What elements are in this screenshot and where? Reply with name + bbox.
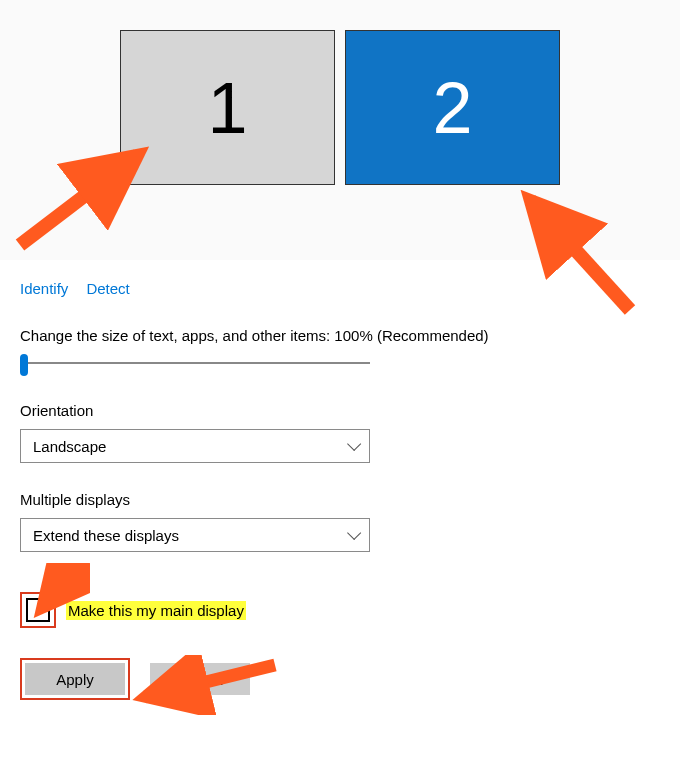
display-preview-area: 1 2 bbox=[0, 0, 680, 260]
multiple-displays-dropdown[interactable]: Extend these displays bbox=[20, 518, 370, 552]
orientation-label: Orientation bbox=[20, 402, 660, 419]
detect-link[interactable]: Detect bbox=[86, 280, 129, 297]
apply-button[interactable]: Apply bbox=[25, 663, 125, 695]
orientation-field: Orientation Landscape bbox=[20, 402, 660, 463]
main-display-label: Make this my main display bbox=[66, 601, 246, 620]
cancel-button[interactable]: Cancel bbox=[150, 663, 250, 695]
checkbox-highlight-annotation bbox=[20, 592, 56, 628]
monitor-1[interactable]: 1 bbox=[120, 30, 335, 185]
multiple-displays-label: Multiple displays bbox=[20, 491, 660, 508]
scale-slider[interactable] bbox=[20, 354, 370, 374]
action-buttons: Apply Cancel bbox=[20, 658, 660, 700]
multiple-displays-field: Multiple displays Extend these displays bbox=[20, 491, 660, 552]
chevron-down-icon bbox=[347, 526, 361, 540]
scale-label: Change the size of text, apps, and other… bbox=[20, 327, 660, 344]
orientation-dropdown[interactable]: Landscape bbox=[20, 429, 370, 463]
slider-thumb[interactable] bbox=[20, 354, 28, 376]
main-display-checkbox[interactable] bbox=[26, 598, 50, 622]
multiple-displays-value: Extend these displays bbox=[33, 527, 179, 544]
slider-track bbox=[20, 362, 370, 364]
monitor-2[interactable]: 2 bbox=[345, 30, 560, 185]
apply-highlight-annotation: Apply bbox=[20, 658, 130, 700]
settings-content: Change the size of text, apps, and other… bbox=[0, 297, 680, 700]
main-display-row: Make this my main display bbox=[20, 592, 660, 628]
chevron-down-icon bbox=[347, 437, 361, 451]
display-links: Identify Detect bbox=[0, 260, 680, 297]
identify-link[interactable]: Identify bbox=[20, 280, 68, 297]
orientation-value: Landscape bbox=[33, 438, 106, 455]
monitors-container: 1 2 bbox=[0, 30, 680, 185]
scale-field: Change the size of text, apps, and other… bbox=[20, 327, 660, 374]
